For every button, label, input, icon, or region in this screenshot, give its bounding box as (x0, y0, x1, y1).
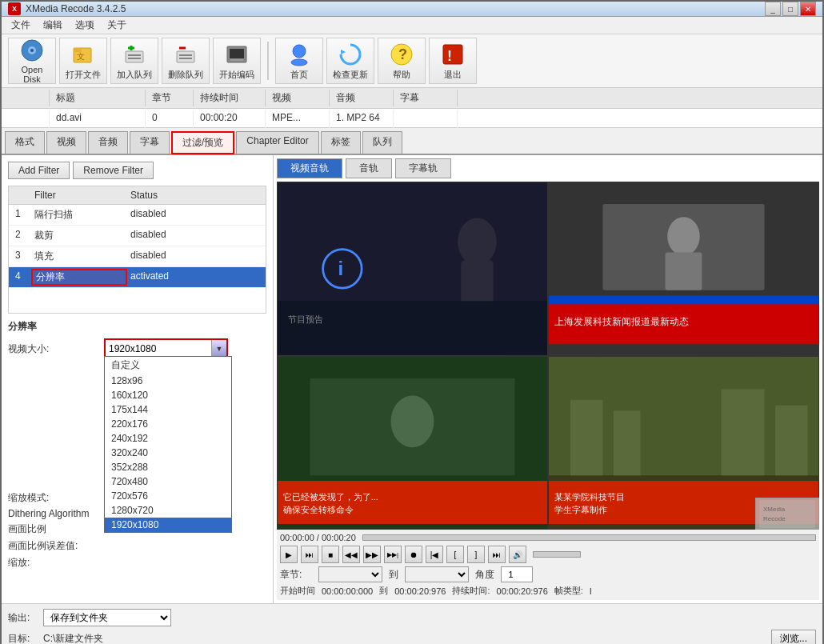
svg-text:!: ! (447, 48, 452, 64)
goto-start-button[interactable]: |◀ (426, 546, 443, 563)
svg-point-2 (30, 49, 34, 52)
filter-row-1[interactable]: 1 隔行扫描 disabled (9, 205, 266, 226)
tab-tags[interactable]: 标签 (321, 131, 361, 154)
volume-slider[interactable] (533, 551, 581, 558)
goto-end-button[interactable]: ⏭ (488, 546, 506, 563)
tab-format[interactable]: 格式 (5, 131, 45, 154)
volume-button[interactable]: 🔊 (509, 546, 526, 563)
option-720x576[interactable]: 720x576 (105, 489, 231, 503)
remove-filter-button[interactable]: Remove Filter (73, 162, 154, 179)
chapter-to-label: 到 (389, 568, 398, 582)
option-240x192[interactable]: 240x192 (105, 431, 231, 446)
play-button[interactable]: ▶ (280, 546, 298, 563)
tab-queue[interactable]: 队列 (362, 131, 402, 154)
svg-rect-40 (278, 481, 547, 524)
preview-tab-audio[interactable]: 音轨 (346, 158, 392, 178)
video-size-dropdown-arrow[interactable]: ▼ (212, 340, 226, 358)
option-220x176[interactable]: 220x176 (105, 417, 231, 431)
add-queue-icon (122, 42, 147, 67)
svg-text:学生字幕制作: 学生字幕制作 (554, 505, 607, 514)
video-size-dropdown-list: 自定义 128x96 160x120 175x144 220x176 240x1… (104, 356, 232, 533)
video-grid: i 节目预告 (277, 182, 819, 530)
browse-button[interactable]: 浏览... (771, 630, 816, 644)
progress-bar[interactable] (362, 534, 816, 541)
menu-options[interactable]: 选项 (69, 17, 101, 34)
maximize-button[interactable]: □ (782, 2, 798, 16)
open-file-button[interactable]: 文 打开文件 (59, 38, 107, 84)
option-1920x1080[interactable]: 1920x1080 (105, 518, 231, 532)
preview-tab-video[interactable]: 视频音轨 (277, 158, 342, 178)
option-160x120[interactable]: 160x120 (105, 388, 231, 402)
option-128x96[interactable]: 128x96 (105, 374, 231, 388)
video-thumb-1: i 节目预告 (278, 182, 547, 355)
tab-filter-preview[interactable]: 过滤/预览 (171, 131, 234, 154)
check-update-button[interactable]: 检查更新 (326, 38, 374, 84)
home-button[interactable]: 首页 (275, 38, 323, 84)
mark-in-button[interactable]: [ (446, 546, 464, 563)
scale-mode-label: 缩放模式: (8, 491, 104, 505)
col-header-empty (2, 90, 50, 106)
remove-queue-button[interactable]: 删除队列 (162, 38, 210, 84)
rewind-button[interactable]: ◀◀ (342, 546, 360, 563)
tab-audio[interactable]: 音频 (88, 131, 128, 154)
fth-num (12, 188, 31, 202)
svg-text:i: i (338, 258, 343, 279)
menu-edit[interactable]: 编辑 (37, 17, 69, 34)
exit-button[interactable]: ! 退出 (429, 38, 477, 84)
chapter-to-select[interactable] (405, 566, 469, 582)
close-button[interactable]: ✕ (800, 2, 816, 16)
svg-text:文: 文 (77, 52, 85, 61)
filter-row-4[interactable]: 4 分辨率 activated (9, 267, 266, 288)
video-cell-1: i 节目预告 (277, 182, 548, 356)
svg-point-44 (391, 395, 434, 447)
duration-value: 00:00:20:976 (497, 586, 548, 596)
title-bar-left: X XMedia Recode 3.4.2.5 (8, 2, 126, 15)
forward-button[interactable]: ▶▶ (363, 546, 381, 563)
svg-rect-16 (230, 49, 244, 58)
output-select[interactable]: 保存到文件夹 (43, 609, 171, 626)
option-352x288[interactable]: 352x288 (105, 460, 231, 474)
remove-queue-label: 删除队列 (168, 69, 203, 81)
filter-row-3[interactable]: 3 填充 disabled (9, 246, 266, 267)
chapter-from-select[interactable] (318, 566, 382, 582)
tab-subtitle[interactable]: 字幕 (130, 131, 170, 154)
svg-rect-11 (177, 51, 194, 62)
svg-rect-34 (549, 296, 818, 305)
fr-name-1: 隔行扫描 (31, 206, 127, 223)
angle-label: 角度 (475, 568, 494, 582)
toolbar: Open Disk 文 打开文件 (2, 34, 822, 88)
option-720x480[interactable]: 720x480 (105, 474, 231, 489)
help-button[interactable]: ? 帮助 (378, 38, 426, 84)
tab-video[interactable]: 视频 (46, 131, 86, 154)
filter-buttons: Add Filter Remove Filter (8, 162, 266, 179)
option-320x240[interactable]: 320x240 (105, 446, 231, 460)
next-chapter-button[interactable]: ⏭ (301, 546, 318, 563)
filter-row-2[interactable]: 2 裁剪 disabled (9, 226, 266, 246)
minimize-button[interactable]: _ (765, 2, 781, 16)
tab-chapter-editor[interactable]: Chapter Editor (236, 131, 318, 154)
option-custom[interactable]: 自定义 (105, 357, 231, 374)
record-button[interactable]: ⏺ (405, 546, 422, 563)
start-encode-button[interactable]: 开始编码 (213, 38, 261, 84)
end-time-value: 00:00:20:976 (394, 586, 446, 596)
preview-tab-subtitle[interactable]: 字幕轨 (395, 158, 451, 178)
svg-rect-23 (443, 45, 462, 64)
svg-rect-52 (722, 389, 765, 475)
mark-out-button[interactable]: ] (467, 546, 485, 563)
time-display: 00:00:00 / 00:00:20 (280, 533, 356, 542)
option-175x144[interactable]: 175x144 (105, 402, 231, 417)
next-frame-button[interactable]: ▶▶| (384, 546, 402, 563)
svg-text:某某学院科技节目: 某某学院科技节目 (554, 492, 625, 502)
menu-about[interactable]: 关于 (101, 17, 133, 34)
video-controls: 00:00:00 / 00:00:20 ▶ ⏭ ■ ◀◀ ▶▶ ▶▶| ⏺ |◀… (277, 530, 819, 600)
add-queue-button[interactable]: 加入队列 (110, 38, 158, 84)
menu-file[interactable]: 文件 (5, 17, 37, 34)
open-disk-button[interactable]: Open Disk (8, 38, 56, 84)
stop-button[interactable]: ■ (322, 546, 339, 563)
add-filter-button[interactable]: Add Filter (8, 162, 70, 179)
output-row: 输出: 保存到文件夹 (8, 609, 816, 626)
remove-queue-icon (173, 42, 198, 67)
angle-input[interactable] (501, 566, 533, 582)
col-header-video: 视频 (266, 90, 330, 106)
option-1280x720[interactable]: 1280x720 (105, 503, 231, 518)
